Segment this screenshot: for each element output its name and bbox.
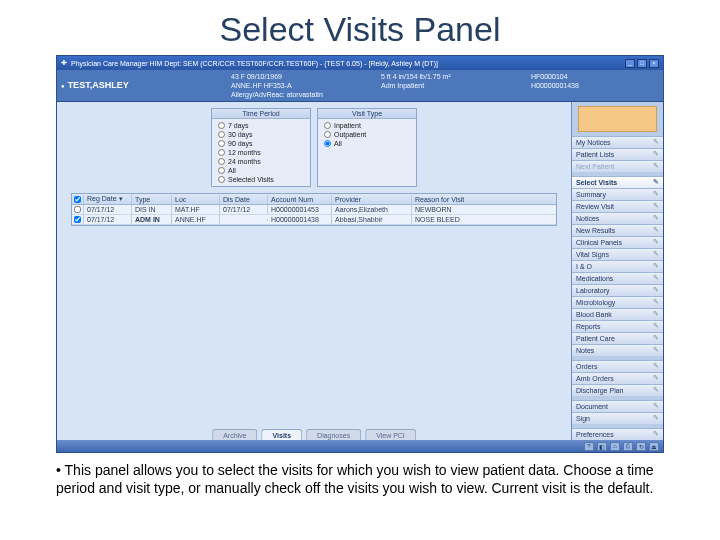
tab-view-pci[interactable]: View PCI <box>365 429 416 440</box>
radio-input[interactable] <box>218 176 225 183</box>
edit-icon: ✎ <box>653 150 659 158</box>
sidebar-item-preferences[interactable]: Preferences✎ <box>572 428 663 440</box>
sidebar-item-summary[interactable]: Summary✎ <box>572 188 663 200</box>
sidebar-item-new-results[interactable]: New Results✎ <box>572 224 663 236</box>
radio-input[interactable] <box>324 140 331 147</box>
radio-input[interactable] <box>218 122 225 129</box>
minimize-button[interactable]: _ <box>625 59 635 68</box>
window-controls: _ □ × <box>625 59 659 68</box>
sidebar-item-notices[interactable]: Notices✎ <box>572 212 663 224</box>
visit-type-panel: Visit Type InpatientOutpatientAll <box>317 108 417 187</box>
status-icon[interactable]: ? <box>584 442 594 451</box>
visit-type-header: Visit Type <box>318 109 416 119</box>
option-label: Selected Visits <box>228 175 274 184</box>
option-label: 24 months <box>228 157 261 166</box>
sidebar-item-discharge-plan[interactable]: Discharge Plan✎ <box>572 384 663 396</box>
sidebar-item-orders[interactable]: Orders✎ <box>572 360 663 372</box>
radio-input[interactable] <box>218 149 225 156</box>
status-icon[interactable]: ⏏ <box>649 442 659 451</box>
tab-diagnoses[interactable]: Diagnoses <box>306 429 361 440</box>
table-cell: NOSE BLEED <box>412 215 556 224</box>
table-header-cell[interactable]: Type <box>132 195 172 204</box>
table-row[interactable]: 07/17/12ADM INANNE.HFH00000001438Abbasi,… <box>72 215 556 225</box>
select-all-checkbox[interactable] <box>74 196 81 203</box>
table-row[interactable]: 07/17/12DIS INMAT.HF07/17/12H00000001453… <box>72 205 556 215</box>
sidebar-item-microbiology[interactable]: Microbiology✎ <box>572 296 663 308</box>
patient-allergy: Allergy/AdvReac: atorvastatin <box>231 90 381 99</box>
radio-input[interactable] <box>218 167 225 174</box>
window-title: Physician Care Manager HIM Dept: SEM (CC… <box>71 60 438 67</box>
visit-type-option[interactable]: Outpatient <box>324 130 410 139</box>
status-icon[interactable]: ⌂ <box>610 442 620 451</box>
radio-input[interactable] <box>218 158 225 165</box>
time-period-option[interactable]: 7 days <box>218 121 304 130</box>
sidebar-item-patient-care[interactable]: Patient Care✎ <box>572 332 663 344</box>
option-label: All <box>334 139 342 148</box>
table-header-checkbox[interactable] <box>72 195 84 204</box>
maximize-button[interactable]: □ <box>637 59 647 68</box>
sidebar: My Notices✎Patient Lists✎Next Patient✎Se… <box>571 102 663 440</box>
sidebar-item-next-patient[interactable]: Next Patient✎ <box>572 160 663 172</box>
visit-type-option[interactable]: All <box>324 139 410 148</box>
time-period-option[interactable]: Selected Visits <box>218 175 304 184</box>
option-label: 12 months <box>228 148 261 157</box>
statusbar: ?◧⌂⎙↻⏏ <box>57 440 663 452</box>
sidebar-item-blood-bank[interactable]: Blood Bank✎ <box>572 308 663 320</box>
table-header-cell[interactable]: Loc <box>172 195 220 204</box>
edit-icon: ✎ <box>653 138 659 146</box>
sidebar-item-amb-orders[interactable]: Amb Orders✎ <box>572 372 663 384</box>
radio-input[interactable] <box>324 122 331 129</box>
row-checkbox[interactable] <box>74 216 81 223</box>
radio-input[interactable] <box>324 131 331 138</box>
status-icon[interactable]: ◧ <box>597 442 607 451</box>
radio-input[interactable] <box>218 140 225 147</box>
table-cell: NEWBORN <box>412 205 556 214</box>
patient-stats: 5 ft 4 in/154 lb/1.75 m² Adm Inpatient <box>381 72 531 99</box>
table-cell: ANNE.HF <box>172 215 220 224</box>
sidebar-item-my-notices[interactable]: My Notices✎ <box>572 136 663 148</box>
table-header-cell[interactable]: Account Num <box>268 195 332 204</box>
edit-icon: ✎ <box>653 286 659 294</box>
sidebar-item-notes[interactable]: Notes✎ <box>572 344 663 356</box>
status-icon[interactable]: ↻ <box>636 442 646 451</box>
visit-type-option[interactable]: Inpatient <box>324 121 410 130</box>
sidebar-item-label: Laboratory <box>576 287 609 294</box>
sidebar-item-sign[interactable]: Sign✎ <box>572 412 663 424</box>
time-period-option[interactable]: All <box>218 166 304 175</box>
sidebar-item-reports[interactable]: Reports✎ <box>572 320 663 332</box>
sidebar-item-vital-signs[interactable]: Vital Signs✎ <box>572 248 663 260</box>
time-period-header: Time Period <box>212 109 310 119</box>
time-period-panel: Time Period 7 days30 days90 days12 month… <box>211 108 311 187</box>
edit-icon: ✎ <box>653 202 659 210</box>
patient-name: TEST,ASHLEY <box>61 81 231 91</box>
sidebar-item-document[interactable]: Document✎ <box>572 400 663 412</box>
sidebar-item-label: Notices <box>576 215 599 222</box>
radio-input[interactable] <box>218 131 225 138</box>
sidebar-item-laboratory[interactable]: Laboratory✎ <box>572 284 663 296</box>
time-period-option[interactable]: 90 days <box>218 139 304 148</box>
sidebar-item-patient-lists[interactable]: Patient Lists✎ <box>572 148 663 160</box>
sidebar-item-select-visits[interactable]: Select Visits✎ <box>572 176 663 188</box>
status-icon[interactable]: ⎙ <box>623 442 633 451</box>
table-header-cell[interactable]: Reg Date ▾ <box>84 194 132 204</box>
tab-visits[interactable]: Visits <box>262 429 303 440</box>
time-period-option[interactable]: 12 months <box>218 148 304 157</box>
sidebar-item-label: Discharge Plan <box>576 387 623 394</box>
patient-header: TEST,ASHLEY 43 F 09/10/1969 ANNE.HF HF35… <box>57 70 663 102</box>
table-header-cell[interactable]: Dis Date <box>220 195 268 204</box>
patient-location: ANNE.HF HF353-A <box>231 81 381 90</box>
table-cell: 07/17/12 <box>220 205 268 214</box>
row-checkbox[interactable] <box>74 206 81 213</box>
tab-archive[interactable]: Archive <box>212 429 257 440</box>
close-button[interactable]: × <box>649 59 659 68</box>
sidebar-item-label: Patient Lists <box>576 151 614 158</box>
table-header-cell[interactable]: Reason for Visit <box>412 195 556 204</box>
patient-admission: Adm Inpatient <box>381 81 531 90</box>
time-period-option[interactable]: 30 days <box>218 130 304 139</box>
sidebar-item-i-o[interactable]: I & O✎ <box>572 260 663 272</box>
sidebar-item-medications[interactable]: Medications✎ <box>572 272 663 284</box>
table-header-cell[interactable]: Provider <box>332 195 412 204</box>
time-period-option[interactable]: 24 months <box>218 157 304 166</box>
sidebar-item-clinical-panels[interactable]: Clinical Panels✎ <box>572 236 663 248</box>
sidebar-item-review-visit[interactable]: Review Visit✎ <box>572 200 663 212</box>
